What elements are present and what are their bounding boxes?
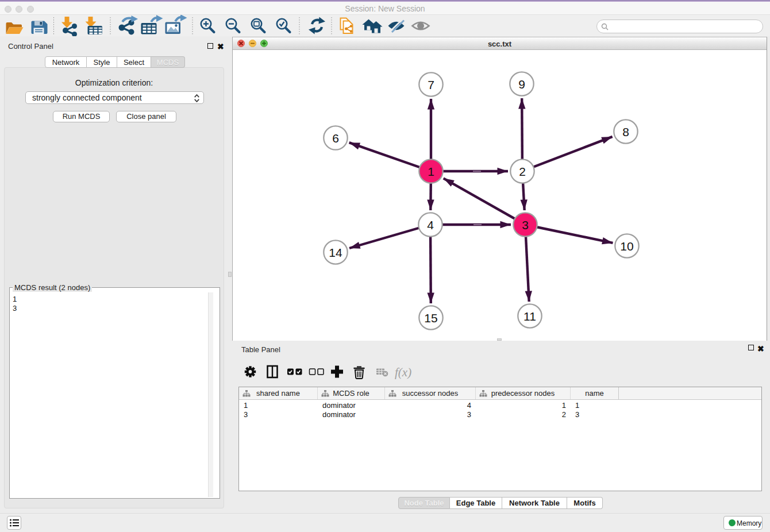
svg-text:1: 1 [428, 165, 434, 178]
svg-text:4: 4 [427, 218, 434, 232]
svg-text:3: 3 [522, 218, 529, 232]
svg-text:11: 11 [523, 310, 536, 323]
svg-text:9: 9 [518, 78, 525, 91]
svg-text:14: 14 [329, 246, 342, 259]
svg-text:15: 15 [424, 311, 437, 325]
svg-text:6: 6 [332, 132, 339, 145]
svg-text:10: 10 [620, 240, 633, 253]
svg-text:f(x): f(x) [395, 365, 411, 379]
svg-text:2: 2 [519, 165, 526, 178]
svg-text:8: 8 [622, 125, 629, 138]
svg-text:7: 7 [428, 78, 434, 91]
